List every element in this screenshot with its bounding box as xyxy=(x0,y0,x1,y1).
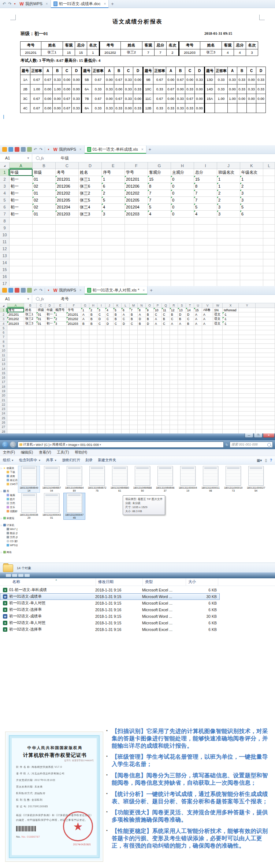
cell-J18[interactable] xyxy=(105,384,114,389)
cell-B18[interactable] xyxy=(24,384,37,389)
cell-M4[interactable]: C xyxy=(130,322,138,326)
cell-K23[interactable] xyxy=(114,407,122,412)
column-header-cut[interactable] xyxy=(256,303,275,308)
cell-x2[interactable] xyxy=(256,312,275,317)
cell-W12[interactable] xyxy=(213,357,223,362)
cell-D1[interactable]: 姓名 xyxy=(79,169,102,176)
cell-Q1[interactable]: 11 xyxy=(162,308,170,312)
sidebar-item-Win7 (C:)[interactable]: Win7 (C:) xyxy=(0,527,18,531)
cell-T20[interactable] xyxy=(186,394,194,398)
cell-M7[interactable] xyxy=(130,335,138,339)
cell-G3[interactable]: A xyxy=(81,317,89,322)
cell-X9[interactable] xyxy=(223,344,239,348)
cell-O2[interactable]: B xyxy=(146,312,154,317)
cell-B7[interactable]: 01 xyxy=(33,211,56,218)
cell-A12[interactable] xyxy=(7,357,24,362)
cell-G5[interactable] xyxy=(81,326,89,330)
cell-I8[interactable] xyxy=(97,339,105,344)
cell-L10[interactable] xyxy=(263,232,275,238)
file-row[interactable]: W初一02语文-成绩单2018-1-31 9:15Microsoft Word … xyxy=(0,613,220,620)
refresh-icon[interactable]: ↻ xyxy=(225,443,228,447)
cell-F7[interactable] xyxy=(67,335,81,339)
cell-D6[interactable] xyxy=(45,330,54,335)
cell-Q7[interactable] xyxy=(162,335,170,339)
cell-W17[interactable] xyxy=(213,380,223,384)
cell-K10[interactable] xyxy=(240,232,263,238)
cell-F5[interactable]: 201205 xyxy=(125,197,148,204)
cell-H1[interactable]: 2 xyxy=(89,308,97,312)
cell-T2[interactable]: D xyxy=(186,312,194,317)
cell-I23[interactable] xyxy=(97,407,105,412)
tab-wps-home[interactable]: W 我的WPS × xyxy=(17,0,50,8)
cell-O5[interactable] xyxy=(146,326,154,330)
cell-H3[interactable]: 0 xyxy=(171,183,194,190)
cell-D26[interactable] xyxy=(45,420,54,425)
cell-H17[interactable] xyxy=(89,380,97,384)
cell-C28[interactable] xyxy=(37,429,45,433)
cell-Q9[interactable] xyxy=(162,344,170,348)
cell-U21[interactable] xyxy=(194,398,202,402)
cell-I16[interactable] xyxy=(97,375,105,380)
file-thumbnail[interactable]: 180131095954914 xyxy=(18,466,40,492)
cell-W5[interactable] xyxy=(213,326,223,330)
cell-E26[interactable] xyxy=(54,420,67,425)
cell-F12[interactable] xyxy=(67,357,81,362)
cell-F4[interactable]: 201202 xyxy=(125,190,148,197)
cell-A16[interactable] xyxy=(7,375,24,380)
cell-J17[interactable] xyxy=(217,280,240,286)
cell-K8[interactable] xyxy=(114,339,122,344)
cell-K11[interactable] xyxy=(240,238,263,245)
cell-I6[interactable] xyxy=(97,330,105,335)
row-header-6[interactable]: 6 xyxy=(0,204,10,211)
cell-I10[interactable] xyxy=(97,349,105,353)
menu-item[interactable]: 文件(F) xyxy=(3,450,15,455)
cell-I13[interactable] xyxy=(194,252,217,259)
cell-S6[interactable] xyxy=(178,330,186,335)
cell-G28[interactable] xyxy=(81,429,89,433)
cell-B20[interactable] xyxy=(24,394,37,398)
cell-S8[interactable] xyxy=(178,339,186,344)
row-header-22[interactable]: 22 xyxy=(0,402,7,407)
cell-E15[interactable] xyxy=(54,371,67,375)
tab-document[interactable]: 初一01语文-成绩单.doc × xyxy=(51,0,109,8)
cell-H4[interactable]: 0 xyxy=(171,190,194,197)
cell-A17[interactable] xyxy=(7,380,24,384)
views-icon[interactable]: ▦▾ xyxy=(257,458,262,462)
menu-item[interactable]: 查看(V) xyxy=(39,450,51,455)
cell-H11[interactable] xyxy=(89,353,97,357)
cell-M10[interactable] xyxy=(130,349,138,353)
cell-I5[interactable]: 7 xyxy=(194,197,217,204)
cell-X15[interactable] xyxy=(223,371,239,375)
cell-K4[interactable]: 3 xyxy=(240,190,263,197)
file-thumbnail[interactable]: 180131095955704 xyxy=(41,466,62,492)
row-header-27[interactable]: 27 xyxy=(0,425,7,429)
cell-C5[interactable] xyxy=(37,326,45,330)
cell-E6[interactable] xyxy=(54,330,67,335)
cell-N12[interactable] xyxy=(138,357,146,362)
cell-x9[interactable] xyxy=(256,344,275,348)
cell-A14[interactable] xyxy=(7,367,24,371)
cell-H16[interactable] xyxy=(171,273,194,280)
cell-H6[interactable] xyxy=(89,330,97,335)
cell-U20[interactable] xyxy=(194,394,202,398)
cell-V4[interactable]: A xyxy=(202,322,213,326)
cell-F3[interactable]: 201206 xyxy=(125,183,148,190)
cell-x27[interactable] xyxy=(256,425,275,429)
cell-R26[interactable] xyxy=(170,420,178,425)
cell-D8[interactable] xyxy=(79,218,102,225)
cell-J4[interactable]: D xyxy=(105,322,114,326)
cell-A9[interactable] xyxy=(7,344,24,348)
cell-M18[interactable] xyxy=(130,384,138,389)
cell-C1[interactable]: 考号 xyxy=(56,169,79,176)
cell-T8[interactable] xyxy=(186,339,194,344)
cell-F18[interactable] xyxy=(67,384,81,389)
cell-H4[interactable]: B xyxy=(89,322,97,326)
cell-J23[interactable] xyxy=(105,407,114,412)
cell-C4[interactable]: 01 xyxy=(37,322,45,326)
column-header-A[interactable]: A xyxy=(7,303,24,308)
cell-D11[interactable] xyxy=(79,238,102,245)
cell-Y22[interactable] xyxy=(239,402,256,407)
sidebar-item-家庭组[interactable]: ▷家庭组 xyxy=(0,516,18,520)
cell-M2[interactable]: B xyxy=(130,312,138,317)
cell-N14[interactable] xyxy=(138,367,146,371)
